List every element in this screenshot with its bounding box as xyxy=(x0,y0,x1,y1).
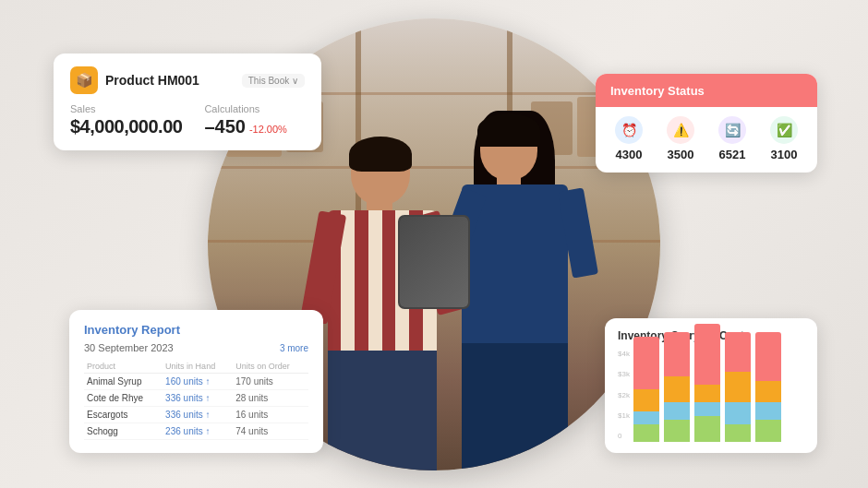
product-tag[interactable]: This Book ∨ xyxy=(242,74,305,88)
chart-bar xyxy=(664,332,690,442)
col-units-order: Units on Order xyxy=(233,360,308,374)
sales-value: $4,000,000.00 xyxy=(70,116,182,137)
table-row: Schogg 236 units ↑ 74 units xyxy=(84,423,308,440)
inventory-report-card: Inventory Report 30 September 2023 3 mor… xyxy=(69,310,323,453)
change-value: -12.00% xyxy=(249,124,287,135)
report-table: Product Units in Hand Units on Order Ani… xyxy=(84,360,308,440)
inv-item-stock-received: ⏰ 4300 xyxy=(615,116,643,161)
inventory-status-header: Inventory Status xyxy=(596,74,817,107)
report-more[interactable]: 3 more xyxy=(280,343,308,353)
report-title: Inventory Report xyxy=(84,323,308,337)
tablet xyxy=(398,215,470,309)
table-row: Animal Syrup 160 units ↑ 170 units xyxy=(84,374,308,390)
report-date: 30 September 2023 xyxy=(84,342,174,353)
inventory-status-title: Inventory Status xyxy=(610,84,705,98)
inventory-status-items: ⏰ 4300 ⚠️ 3500 🔄 6521 ✅ 3100 xyxy=(596,107,817,173)
inv-value-reorder: 6521 xyxy=(718,148,746,161)
inv-value-received: 4300 xyxy=(615,148,643,161)
inventory-status-card: Inventory Status ⏰ 4300 ⚠️ 3500 🔄 6521 ✅… xyxy=(596,74,817,173)
inv-value-ready: 3100 xyxy=(770,148,798,161)
chart-bar xyxy=(633,337,659,442)
sales-label: Sales xyxy=(70,103,182,114)
inv-item-out-of-stock: ⚠️ 3500 xyxy=(667,116,694,161)
carrying-cost-card: Inventory Carrying Cost $4k $3k $2k $1k … xyxy=(605,318,817,453)
chart-bar xyxy=(694,324,720,442)
product-header: 📦 Product HM001 This Book ∨ xyxy=(70,66,305,94)
person-female xyxy=(457,83,586,470)
product-name: Product HM001 xyxy=(105,73,199,88)
table-row: Escargots 336 units ↑ 16 units xyxy=(84,407,308,423)
table-row: Cote de Rhye 336 units ↑ 28 units xyxy=(84,390,308,407)
inv-item-reorder: 🔄 6521 xyxy=(718,116,746,161)
col-product: Product xyxy=(84,360,163,374)
chart-bar xyxy=(725,332,751,442)
inv-value-out: 3500 xyxy=(667,148,694,161)
product-icon: 📦 xyxy=(70,66,98,94)
inv-item-ready: ✅ 3100 xyxy=(770,116,798,161)
chart-bar xyxy=(755,332,781,442)
calc-label: Calculations xyxy=(204,103,286,114)
col-units-hand: Units in Hand xyxy=(163,360,233,374)
calc-value: –450 xyxy=(204,116,246,137)
product-card: 📦 Product HM001 This Book ∨ Sales $4,000… xyxy=(54,54,321,150)
background: 📦 Product HM001 This Book ∨ Sales $4,000… xyxy=(0,0,868,488)
